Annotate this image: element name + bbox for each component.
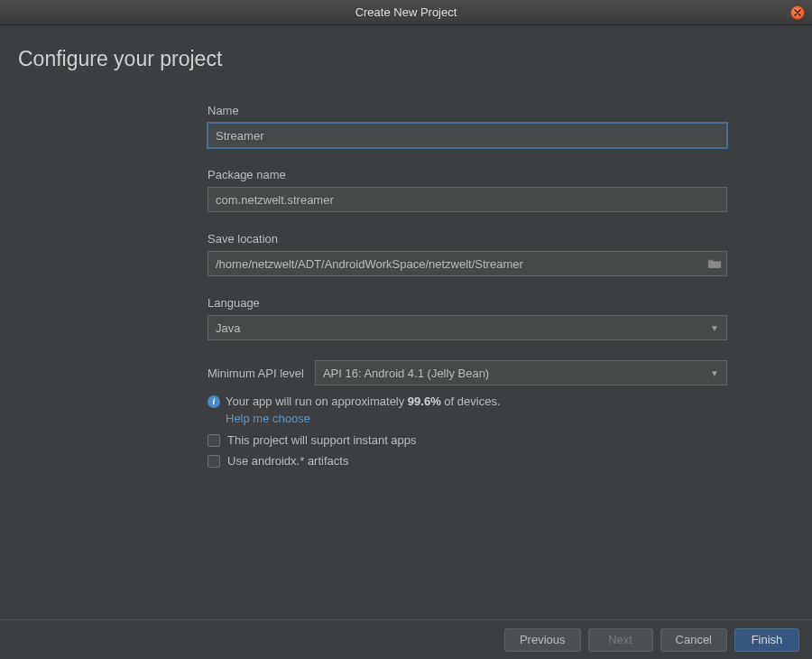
androidx-label: Use androidx.* artifacts — [227, 454, 348, 468]
name-field-group: Name — [208, 104, 727, 148]
help-me-choose-link[interactable]: Help me choose — [226, 412, 310, 425]
min-api-label: Minimum API level — [208, 367, 304, 380]
instant-apps-label: This project will support instant apps — [227, 433, 417, 447]
browse-folder-icon[interactable] — [707, 257, 722, 270]
androidx-checkbox[interactable] — [208, 455, 220, 468]
language-label: Language — [208, 296, 727, 310]
save-location-input[interactable] — [208, 251, 727, 276]
cancel-button[interactable]: Cancel — [660, 628, 727, 652]
page-title: Configure your project — [18, 47, 794, 71]
next-button[interactable]: Next — [588, 628, 653, 652]
titlebar: Create New Project — [0, 0, 812, 25]
androidx-row: Use androidx.* artifacts — [208, 454, 727, 468]
content-area: Configure your project Name Package name… — [0, 25, 812, 468]
chevron-down-icon: ▼ — [710, 368, 719, 378]
save-location-label: Save location — [208, 232, 727, 246]
finish-button[interactable]: Finish — [734, 628, 799, 652]
name-input[interactable] — [208, 123, 727, 148]
min-api-dropdown[interactable]: API 16: Android 4.1 (Jelly Bean) ▼ — [315, 360, 727, 385]
language-field-group: Language Java ▼ — [208, 296, 727, 340]
instant-apps-row: This project will support instant apps — [208, 433, 727, 447]
window-title: Create New Project — [355, 5, 457, 19]
chevron-down-icon: ▼ — [710, 323, 719, 333]
package-label: Package name — [208, 168, 727, 181]
close-icon — [794, 9, 801, 16]
close-button[interactable] — [790, 5, 805, 20]
form: Name Package name Save location Language… — [208, 104, 727, 468]
info-icon: i — [208, 395, 220, 408]
previous-button[interactable]: Previous — [504, 628, 581, 652]
language-value: Java — [216, 321, 240, 335]
min-api-row: Minimum API level API 16: Android 4.1 (J… — [208, 360, 727, 385]
package-input[interactable] — [208, 187, 727, 212]
button-bar: Previous Next Cancel Finish — [0, 619, 812, 659]
package-field-group: Package name — [208, 168, 727, 212]
save-location-field-group: Save location — [208, 232, 727, 276]
device-coverage-info: i Your app will run on approximately 99.… — [208, 394, 727, 408]
min-api-value: API 16: Android 4.1 (Jelly Bean) — [323, 367, 489, 380]
language-dropdown[interactable]: Java ▼ — [208, 315, 727, 340]
name-label: Name — [208, 104, 727, 117]
instant-apps-checkbox[interactable] — [208, 434, 220, 447]
device-coverage-text: Your app will run on approximately 99.6%… — [226, 394, 501, 408]
